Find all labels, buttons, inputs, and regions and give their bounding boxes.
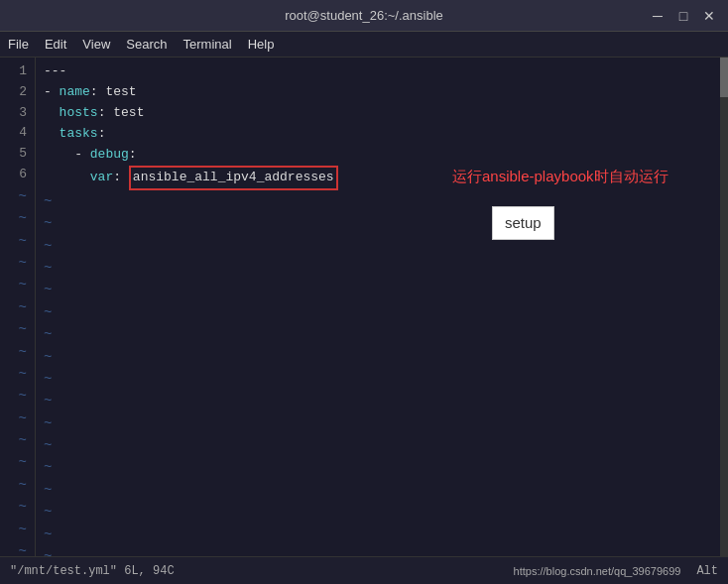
tilde-line: ~ <box>44 301 712 323</box>
var-value-highlight: ansible_all_ipv4_addresses <box>129 166 338 190</box>
menu-view[interactable]: View <box>82 37 110 52</box>
menu-terminal[interactable]: Terminal <box>183 37 232 52</box>
maximize-button[interactable]: □ <box>674 8 692 24</box>
tilde-line: ~ <box>44 235 712 257</box>
tilde-line: ~ <box>44 346 712 368</box>
line-num-tilde: ~ <box>6 429 27 451</box>
menu-search[interactable]: Search <box>126 37 167 52</box>
line-num-tilde: ~ <box>6 341 27 363</box>
line-num-5: 5 <box>6 144 27 165</box>
line1-content: --- <box>44 61 66 82</box>
annotation-setup: setup <box>492 206 554 240</box>
scrollbar-thumb[interactable] <box>720 58 728 97</box>
title-bar: root@student_26:~/.ansible ─ □ ✕ <box>0 0 728 32</box>
tilde-line: ~ <box>44 501 712 523</box>
line-num-tilde: ~ <box>6 540 27 562</box>
line-num-tilde: ~ <box>6 408 27 429</box>
line-num-tilde: ~ <box>6 274 27 295</box>
line-numbers: 1 2 3 4 5 6 ~ ~ ~ ~ ~ ~ ~ ~ ~ ~ ~ ~ ~ ~ … <box>0 58 36 556</box>
window-title: root@student_26:~/.ansible <box>285 8 443 23</box>
tilde-line: ~ <box>44 257 712 279</box>
close-button[interactable]: ✕ <box>700 8 718 24</box>
tilde-line: ~ <box>44 212 712 234</box>
line-num-tilde: ~ <box>6 207 27 229</box>
line-num-tilde: ~ <box>6 230 27 252</box>
tilde-line: ~ <box>44 456 712 478</box>
code-line-3: hosts: test <box>44 103 712 124</box>
line-num-tilde: ~ <box>6 519 27 540</box>
line-num-tilde: ~ <box>6 451 27 473</box>
menu-bar: File Edit View Search Terminal Help <box>0 32 728 58</box>
code-content[interactable]: --- - name: test hosts: test tasks: - de… <box>36 58 720 556</box>
status-bar: "/mnt/test.yml" 6L, 94C https://blog.csd… <box>0 556 728 584</box>
file-info: "/mnt/test.yml" 6L, 94C <box>10 564 175 578</box>
line-num-tilde: ~ <box>6 296 27 318</box>
line-num-6: 6 <box>6 165 27 185</box>
line-num-1: 1 <box>6 61 27 82</box>
tilde-line: ~ <box>44 545 712 556</box>
scrollbar[interactable] <box>720 58 728 556</box>
code-line-4: tasks: <box>44 124 712 145</box>
code-line-1: --- <box>44 61 712 82</box>
tilde-line: ~ <box>44 434 712 456</box>
code-line-2: - name: test <box>44 82 712 103</box>
line-num-4: 4 <box>6 123 27 144</box>
tilde-line: ~ <box>44 412 712 434</box>
tilde-line: ~ <box>44 479 712 501</box>
tilde-line: ~ <box>44 323 712 345</box>
menu-help[interactable]: Help <box>248 37 275 52</box>
line-num-tilde: ~ <box>6 185 27 207</box>
line-num-3: 3 <box>6 103 27 124</box>
tilde-line: ~ <box>44 524 712 545</box>
tilde-line: ~ <box>44 279 712 300</box>
line-num-tilde: ~ <box>6 318 27 340</box>
menu-edit[interactable]: Edit <box>45 37 66 52</box>
line-num-2: 2 <box>6 82 27 103</box>
line-num-tilde: ~ <box>6 363 27 385</box>
tilde-line: ~ <box>44 390 712 411</box>
tilde-line: ~ <box>44 190 712 212</box>
cursor-mode: Alt <box>696 564 718 578</box>
line-num-tilde: ~ <box>6 385 27 407</box>
url-info: https://blog.csdn.net/qq_39679699 <box>514 565 681 577</box>
minimize-button[interactable]: ─ <box>649 8 667 24</box>
code-line-5: - debug: <box>44 145 712 166</box>
menu-file[interactable]: File <box>8 37 29 52</box>
line-num-tilde: ~ <box>6 252 27 274</box>
line-num-tilde: ~ <box>6 474 27 496</box>
annotation-playbook: 运行ansible-playbook时自动运行 <box>452 165 668 188</box>
editor-area[interactable]: 1 2 3 4 5 6 ~ ~ ~ ~ ~ ~ ~ ~ ~ ~ ~ ~ ~ ~ … <box>0 58 728 556</box>
tilde-line: ~ <box>44 368 712 390</box>
line-num-tilde: ~ <box>6 496 27 518</box>
